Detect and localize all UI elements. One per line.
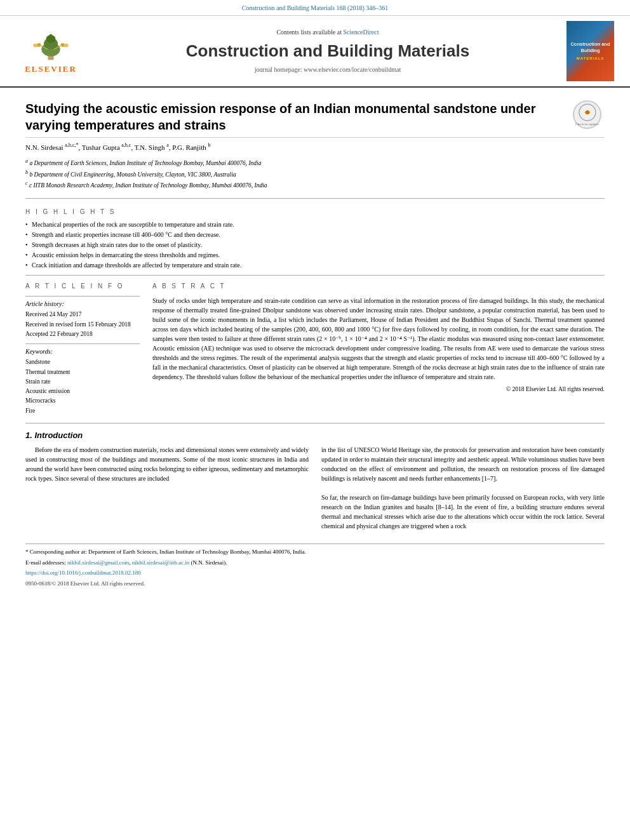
highlight-4: Acoustic emission helps in demarcating t… [25,251,605,260]
paper-title: Studying the acoustic emission response … [25,100,566,133]
check-updates-label: Check for updates [575,122,598,126]
journal-ref-text: Construction and Building Materials 168 … [242,4,389,11]
keyword-5: Microcracks [25,397,140,405]
intro-right-col: in the list of UNESCO World Heritage sit… [321,445,605,531]
footnotes-section: * Corresponding author at: Department of… [25,543,605,588]
revised-date: Received in revised form 15 February 201… [25,321,140,329]
author-ranjith: P.G. Ranjith b [172,143,210,151]
svg-rect-10 [62,44,69,48]
article-history: Article history: Received 24 May 2017 Re… [25,296,140,338]
keywords-label: Keywords: [25,347,140,356]
article-info-column: A R T I C L E I N F O Article history: R… [25,282,140,417]
authors-line: N.N. Sirdesai a,b,c,*, Tushar Gupta a,b,… [25,138,605,155]
abstract-text: Study of rocks under high temperature an… [152,296,605,382]
highlight-1: Mechanical properties of the rock are su… [25,220,605,229]
svg-rect-4 [50,34,52,39]
svg-point-12 [586,110,589,114]
keyword-3: Strain rate [25,378,140,386]
history-label: Article history: [25,300,140,309]
highlight-2: Strength and elastic properties increase… [25,230,605,239]
email-link-1[interactable]: nikhil.sirdesai@gmail.com [67,559,129,566]
elsevier-logo: ELSEVIER [13,27,89,75]
section-name: Introduction [34,430,83,440]
journal-header: ELSEVIER Contents lists available at Sci… [0,16,630,88]
doi-line: https://doi.org/10.1016/j.conbuildmat.20… [25,569,605,578]
intro-right-para: in the list of UNESCO World Heritage sit… [321,445,605,531]
author-singh: T.N. Singh a, [135,143,173,151]
keyword-2: Thermal treatment [25,368,140,377]
divider-after-affiliations [25,198,605,199]
intro-left-para: Before the era of modern construction ma… [25,445,309,483]
intro-left-col: Before the era of modern construction ma… [25,445,309,531]
abstract-column: A B S T R A C T Study of rocks under hig… [152,282,605,417]
email-link-2[interactable]: nikhil.sirdesai@iitb.ac.in [132,559,190,566]
journal-info-center: Contents lists available at ScienceDirec… [89,28,566,74]
cover-subtitle: MATERIALS [577,56,605,61]
abstract-header: A B S T R A C T [152,282,605,291]
elsevier-wordmark: ELSEVIER [25,63,77,75]
copyright-line: © 2018 Elsevier Ltd. All rights reserved… [152,385,605,394]
science-direct-link[interactable]: ScienceDirect [343,29,379,36]
affiliation-c: c c IITB Monash Research Academy, Indian… [25,180,605,190]
elsevier-tree-icon [25,27,76,62]
corresponding-author-note: * Corresponding author at: Department of… [25,548,605,557]
cover-title: Construction and Building [570,41,611,54]
elsevier-logo-section: ELSEVIER [13,27,89,75]
journal-homepage: journal homepage: www.elsevier.com/locat… [89,65,566,74]
accepted-date: Accepted 22 February 2018 [25,330,140,338]
journal-title: Construction and Building Materials [89,39,566,62]
received-date: Received 24 May 2017 [25,310,140,319]
author-sirdesai: N.N. Sirdesai a,b,c,*, [25,143,82,151]
keyword-4: Acoustic emission [25,387,140,396]
highlights-header: H I G H L I G H T S [25,208,605,217]
section-number: 1. [25,430,34,440]
check-updates-icon [578,103,597,122]
paper-title-section: Studying the acoustic emission response … [25,94,605,138]
journal-cover-image: Construction and Building MATERIALS [566,21,614,81]
keywords-section: Keywords: Sandstone Thermal treatment St… [25,343,140,415]
journal-reference-bar: Construction and Building Materials 168 … [0,0,630,16]
intro-text-columns: Before the era of modern construction ma… [25,445,605,531]
affiliation-b: b b Department of Civil Engineering, Mon… [25,169,605,179]
check-updates-badge[interactable]: Check for updates [573,100,601,129]
highlight-5: Crack initiation and damage thresholds a… [25,261,605,270]
keyword-1: Sandstone [25,358,140,366]
article-info-header: A R T I C L E I N F O [25,282,140,291]
main-content: Studying the acoustic emission response … [0,88,630,596]
author-gupta: Tushar Gupta a,b,c, [82,143,135,151]
introduction-section: 1. Introduction Before the era of modern… [25,423,605,537]
highlight-3: Strength decreases at high strain rates … [25,241,605,250]
email-note: E-mail addresses: nikhil.sirdesai@gmail.… [25,559,605,568]
affiliations-section: a a Department of Earth Sciences, Indian… [25,155,605,193]
highlights-section: H I G H L I G H T S Mechanical propertie… [25,204,605,276]
svg-rect-9 [34,44,41,48]
intro-section-title: 1. Introduction [25,430,605,441]
journal-cover-section: Construction and Building MATERIALS [566,21,617,81]
article-info-abstract-section: A R T I C L E I N F O Article history: R… [25,276,605,423]
science-direct-note: Contents lists available at ScienceDirec… [89,28,566,37]
issn-line: 0950-0618/© 2018 Elsevier Ltd. All right… [25,580,605,589]
check-updates-section: Check for updates [573,100,605,129]
affiliation-a: a a Department of Earth Sciences, Indian… [25,157,605,168]
keyword-6: Fire [25,407,140,415]
doi-link[interactable]: https://doi.org/10.1016/j.conbuildmat.20… [25,570,141,576]
